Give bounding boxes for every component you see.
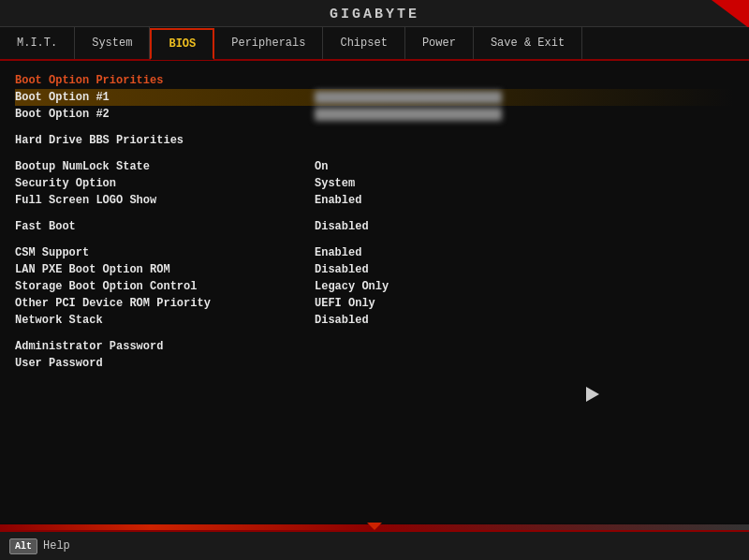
main-content: Boot Option Priorities Boot Option #1 Bo… — [0, 61, 749, 523]
nav-chipset[interactable]: Chipset — [323, 27, 404, 59]
other-pci-label: Other PCI Device ROM Priority — [15, 297, 315, 310]
nav-bar: M.I.T. System BIOS Peripherals Chipset P… — [0, 27, 749, 61]
hard-drive-bbs-label: Hard Drive BBS Priorities — [15, 134, 315, 147]
security-option-value: System — [315, 177, 355, 190]
bottom-triangle — [367, 523, 382, 530]
logo-show-value: Enabled — [315, 194, 361, 207]
fast-boot-label: Fast Boot — [15, 220, 315, 233]
boot-priorities-label: Boot Option Priorities — [15, 74, 315, 87]
nav-bios[interactable]: BIOS — [150, 28, 214, 60]
security-option-label: Security Option — [15, 177, 315, 190]
csm-value: Enabled — [315, 246, 361, 259]
numlock-label: Bootup NumLock State — [15, 160, 315, 173]
numlock-row[interactable]: Bootup NumLock State On — [15, 158, 734, 175]
section-boot-priorities-title: Boot Option Priorities — [15, 72, 734, 89]
security-option-row[interactable]: Security Option System — [15, 175, 734, 192]
nav-system[interactable]: System — [75, 27, 150, 59]
lan-pxe-value: Disabled — [315, 263, 369, 276]
help-text: Help — [43, 539, 70, 553]
boot-option-2-label: Boot Option #2 — [15, 108, 315, 121]
boot-option-2-row[interactable]: Boot Option #2 — [15, 106, 734, 123]
user-password-label: User Password — [15, 357, 315, 370]
nav-power[interactable]: Power — [405, 27, 474, 59]
other-pci-value: UEFI Only — [315, 297, 375, 310]
lan-pxe-row[interactable]: LAN PXE Boot Option ROM Disabled — [15, 261, 734, 278]
user-password-row[interactable]: User Password — [15, 355, 734, 372]
footer-bar: Alt Help — [0, 530, 749, 560]
network-stack-row[interactable]: Network Stack Disabled — [15, 312, 734, 329]
corner-decoration — [712, 0, 749, 28]
network-stack-value: Disabled — [315, 314, 369, 327]
network-stack-label: Network Stack — [15, 314, 315, 327]
csm-label: CSM Support — [15, 246, 315, 259]
lan-pxe-label: LAN PXE Boot Option ROM — [15, 263, 315, 276]
nav-save-exit[interactable]: Save & Exit — [474, 27, 582, 59]
csm-row[interactable]: CSM Support Enabled — [15, 244, 734, 261]
brand-title: GIGABYTE — [330, 7, 419, 22]
boot-option-1-label: Boot Option #1 — [15, 91, 315, 104]
storage-boot-label: Storage Boot Option Control — [15, 280, 315, 293]
mouse-cursor — [586, 387, 599, 402]
logo-show-row[interactable]: Full Screen LOGO Show Enabled — [15, 192, 734, 209]
nav-peripherals[interactable]: Peripherals — [214, 27, 323, 59]
fast-boot-value: Disabled — [315, 220, 369, 233]
nav-mit[interactable]: M.I.T. — [0, 27, 75, 59]
hard-drive-bbs-row[interactable]: Hard Drive BBS Priorities — [15, 132, 734, 149]
boot-option-1-row[interactable]: Boot Option #1 — [15, 89, 734, 106]
numlock-value: On — [315, 160, 328, 173]
other-pci-row[interactable]: Other PCI Device ROM Priority UEFI Only — [15, 295, 734, 312]
storage-boot-row[interactable]: Storage Boot Option Control Legacy Only — [15, 278, 734, 295]
admin-password-label: Administrator Password — [15, 340, 315, 353]
storage-boot-value: Legacy Only — [315, 280, 389, 293]
alt-key: Alt — [9, 538, 37, 554]
boot-option-1-value-blurred — [315, 91, 502, 104]
logo-show-label: Full Screen LOGO Show — [15, 194, 315, 207]
boot-option-2-value-blurred — [315, 108, 502, 121]
admin-password-row[interactable]: Administrator Password — [15, 338, 734, 355]
fast-boot-row[interactable]: Fast Boot Disabled — [15, 218, 734, 235]
bios-header: GIGABYTE — [0, 0, 749, 27]
